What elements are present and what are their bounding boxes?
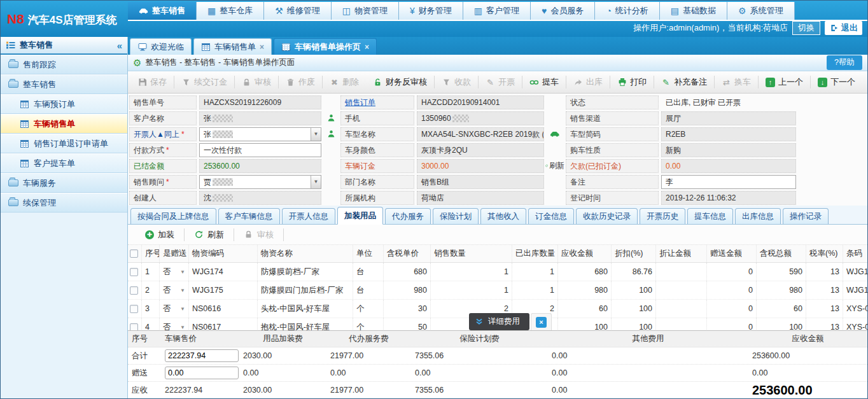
close-icon[interactable]: × <box>260 43 264 52</box>
finance-unaudit-button[interactable]: 财务反审核 <box>366 74 434 90</box>
sidebar-item-vehicle-service[interactable]: 车辆服务 <box>1 173 127 193</box>
receive-payment-button[interactable]: 收款 <box>435 74 478 90</box>
subtab[interactable]: 加装用品 <box>337 207 383 225</box>
field-remark[interactable]: 李 <box>661 175 796 189</box>
close-icon[interactable]: × <box>365 43 369 52</box>
continue-deposit-button[interactable]: 续交订金 <box>174 74 234 90</box>
pencil-icon: ✎ <box>661 78 671 87</box>
subtab[interactable]: 代办服务 <box>385 208 431 224</box>
audit-button[interactable]: 审核 <box>235 74 278 90</box>
summary-row-label: 赠送 <box>128 368 161 379</box>
subtab[interactable]: 开票历史 <box>640 208 685 224</box>
subtab[interactable]: 开票人信息 <box>282 208 336 224</box>
col-header-receivable: 应收金额 <box>558 245 612 262</box>
field-sales-channel: 展厅 <box>661 111 796 125</box>
nav-tab-finance-management[interactable]: ¥财务管理 <box>399 2 463 20</box>
invoice-person-lookup-button[interactable] <box>323 130 339 138</box>
nav-tab-system-management[interactable]: ⚙系统管理 <box>727 2 795 20</box>
sidebar-item-vehicle-sales-order[interactable]: 车辆销售单 <box>1 114 127 134</box>
row-checkbox[interactable] <box>130 268 138 276</box>
subtab[interactable]: 按揭合同及上牌信息 <box>130 208 216 224</box>
row-checkbox[interactable] <box>130 286 138 295</box>
field-label-arrears: 欠款(已扣订金) <box>566 159 659 173</box>
tab-welcome[interactable]: 欢迎光临 <box>130 38 192 55</box>
button-label: 开票 <box>498 76 515 88</box>
nav-tab-vehicle-sales[interactable]: 整车销售 <box>128 2 197 20</box>
field-sales-consultant-select[interactable]: 贾▼ <box>199 175 321 189</box>
car-lookup-icon[interactable] <box>545 130 564 137</box>
field-label-body-color: 车身颜色 <box>340 143 414 157</box>
total-vehicle-price-input[interactable] <box>165 349 239 362</box>
delete-button[interactable]: ✖删除 <box>323 74 366 90</box>
sidebar-collapse-button[interactable]: « <box>117 40 122 51</box>
nav-tab-member-service[interactable]: ♥会员服务 <box>531 2 595 20</box>
field-invoice-person-select[interactable]: 张▼ <box>199 127 321 141</box>
plus-icon: ✚ <box>145 230 154 239</box>
nav-tab-label: 物资管理 <box>354 5 388 17</box>
gift-select[interactable]: 否▼ <box>160 318 189 330</box>
chevron-down-icon[interactable]: ▼ <box>311 176 321 188</box>
sidebar-item-order-cancel-request[interactable]: 销售订单退订申请单 <box>1 134 127 153</box>
summary-row-receivable: 应收 222237.94 2030.00 21977.00 7355.06 0.… <box>128 382 867 399</box>
field-payment-method[interactable]: 一次性付款 <box>199 143 321 157</box>
tab-vehicle-sales-list[interactable]: 车辆销售单 × <box>193 38 272 55</box>
pickup-car-button[interactable]: 提车 <box>522 74 566 90</box>
refresh-grid-button[interactable]: 刷新 <box>185 229 234 241</box>
sidebar-item-customer-pickup[interactable]: 客户提车单 <box>1 153 127 173</box>
pencil-icon: ✎ <box>486 78 495 87</box>
gift-select[interactable]: 否▼ <box>160 281 189 299</box>
subtab[interactable]: 其他收入 <box>480 208 526 224</box>
sidebar-item-presale-tracking[interactable]: 售前跟踪 <box>1 55 127 74</box>
subtab[interactable]: 出库信息 <box>735 208 781 224</box>
subtab-label: 其他收入 <box>487 211 519 222</box>
save-button[interactable]: 保存 <box>130 74 174 90</box>
field-label-purchase-nature: 购车性质 <box>566 143 659 157</box>
sales-order-link[interactable]: 销售订单 <box>345 98 375 107</box>
row-checkbox[interactable] <box>130 305 138 313</box>
close-icon[interactable]: × <box>536 317 547 328</box>
field-label-remark: 备注 <box>566 175 659 189</box>
audit-grid-button[interactable]: 审核 <box>234 229 283 241</box>
gift-select[interactable]: 否▼ <box>160 263 189 281</box>
print-button[interactable]: 打印 <box>610 74 654 90</box>
nav-tab-materials-management[interactable]: ◫物资管理 <box>332 2 399 20</box>
row-checkbox[interactable] <box>130 323 138 331</box>
nav-tab-base-data[interactable]: ▤基础数据 <box>660 2 727 20</box>
previous-record-button[interactable]: ↑上一个 <box>759 74 810 90</box>
next-record-button[interactable]: ↓下一个 <box>811 74 862 90</box>
sidebar-item-vehicle-sales[interactable]: 整车销售 <box>1 74 127 94</box>
select-all-checkbox[interactable] <box>130 249 138 258</box>
subtab[interactable]: 操作记录 <box>783 208 829 224</box>
add-accessory-button[interactable]: ✚加装 <box>136 229 184 241</box>
help-button[interactable]: ?帮助 <box>827 55 862 70</box>
sidebar-item-vehicle-preorder[interactable]: 车辆预订单 <box>1 94 127 114</box>
invoice-button[interactable]: ✎开票 <box>479 74 522 90</box>
gift-vehicle-price-input[interactable] <box>165 367 239 379</box>
col-header-gift: 是赠送 <box>160 245 189 262</box>
customer-lookup-button[interactable] <box>323 114 339 122</box>
subtab[interactable]: 提车信息 <box>687 208 733 224</box>
col-header-name: 物资名称 <box>258 245 353 262</box>
subtab[interactable]: 保险计划 <box>433 208 479 224</box>
subtab[interactable]: 订金信息 <box>528 208 574 224</box>
add-remark-button[interactable]: ✎补充备注 <box>654 74 714 90</box>
nav-tab-statistics-analysis[interactable]: ◔统计分析 <box>595 2 659 20</box>
subtab[interactable]: 客户车辆信息 <box>218 208 280 224</box>
nav-tab-customer-management[interactable]: ▥客户管理 <box>463 2 531 20</box>
refresh-deposit-link[interactable]: 刷新 <box>545 160 564 171</box>
chevron-down-icon[interactable]: ▼ <box>311 128 321 141</box>
switch-org-button[interactable]: 切换 <box>792 21 820 35</box>
sidebar-item-renewal-management[interactable]: 续保管理 <box>1 193 127 213</box>
logout-button[interactable]: 退出 <box>825 21 862 35</box>
swap-car-button[interactable]: ⇄换车 <box>715 74 758 90</box>
void-button[interactable]: 作废 <box>279 74 322 90</box>
nav-tab-vehicle-warehouse[interactable]: ▦整车仓库 <box>197 2 264 20</box>
field-department: 销售B组 <box>417 175 544 189</box>
detail-fee-toggle[interactable]: 详细费用 <box>469 313 529 330</box>
tab-vehicle-sales-operate[interactable]: 车辆销售单操作页 × <box>274 38 377 55</box>
subtab[interactable]: 收款历史记录 <box>576 208 638 224</box>
nav-tab-repair-management[interactable]: ⚒维修管理 <box>264 2 332 20</box>
outbound-button[interactable]: 出库 <box>566 74 610 90</box>
car-icon <box>139 6 148 16</box>
gift-select[interactable]: 否▼ <box>160 300 189 318</box>
